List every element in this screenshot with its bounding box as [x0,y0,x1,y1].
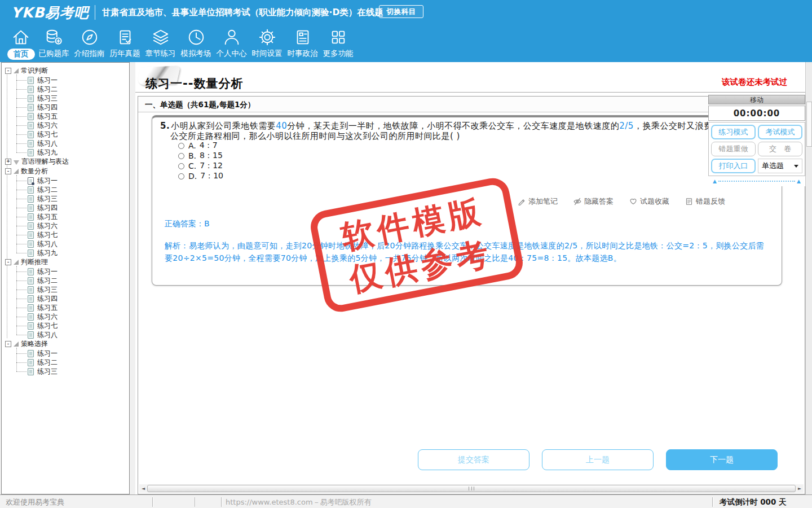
exam-mode-button[interactable]: 考试模式 [758,125,802,139]
toolbar-item-chapter-practice[interactable]: 章节练习 [143,25,178,59]
toolbar-item-time-settings[interactable]: 时间设置 [249,25,285,59]
tree-item-label: 练习八 [37,139,58,148]
tree-item[interactable]: 练习三 [28,194,129,203]
tree-item[interactable]: 练习八 [28,330,129,339]
tree-item[interactable]: 练习三 [28,94,129,103]
tree-item[interactable]: 练习九 [28,248,129,257]
collapse-up-arrow-icon[interactable]: ▲ [713,179,717,184]
tree-item[interactable]: 练习二 [28,276,129,285]
toolbar-item-home[interactable]: 首页 [6,25,36,60]
tree-expand-toggle-icon[interactable]: - [5,341,11,347]
tree-item-label: 练习三 [37,285,58,295]
tree-item[interactable]: 练习八 [28,139,129,148]
option-radio[interactable] [178,163,184,169]
option-radio[interactable] [178,153,184,159]
tree-expand-toggle-icon[interactable]: + [5,159,11,165]
document-icon [116,28,135,47]
tree-item[interactable]: 练习六 [28,121,129,130]
toolbar-item-intro-guide[interactable]: 介绍指南 [72,25,107,59]
clock-icon [187,28,206,47]
tree-item[interactable]: 练习二 [28,185,129,194]
next-question-button[interactable]: 下一题 [666,449,778,470]
chevron-down-icon [794,165,798,168]
tree-item-selected[interactable]: 练习一 [28,176,129,185]
tree-item[interactable]: 练习四 [28,294,129,303]
document-icon [28,295,34,303]
tree-item[interactable]: 练习六 [28,221,129,230]
question-type-select[interactable]: 单选题 [758,159,802,173]
practice-mode-button[interactable]: 练习模式 [711,125,756,139]
tree-item[interactable]: 练习五 [28,112,129,121]
tree-item[interactable]: 练习二 [28,358,129,367]
add-note-link[interactable]: 添加笔记 [518,196,558,207]
section-title: 一、单选题（共61题,每题1分） [138,97,805,112]
option-radio[interactable] [178,143,184,149]
countdown-value: 000 [760,497,776,506]
toolbar-item-label: 个人中心 [217,49,247,59]
toolbar-item-purchased-bank[interactable]: 已购题库 [36,25,72,59]
hide-answer-link[interactable]: 隐藏答案 [573,196,614,207]
option-row-C: C.7：12 [178,161,223,171]
tree-item[interactable]: 练习一 [28,76,129,85]
tree-group-quantitative-analysis[interactable]: -数量分析 [5,167,129,176]
scroll-right-arrow-icon[interactable]: ► [796,484,804,493]
tree-group-strategy-selection[interactable]: -策略选择 [5,339,129,349]
panel-drag-handle[interactable]: 移动 [708,95,805,104]
submit-paper-button[interactable]: 交 卷 [758,142,802,156]
tree-expand-toggle-icon[interactable]: - [5,259,11,265]
submit-answer-button[interactable]: 提交答案 [418,449,529,470]
toolbar-item-past-papers[interactable]: 历年真题 [107,25,143,59]
tree-group-judgment-reasoning[interactable]: -判断推理 [5,257,129,267]
tree-item[interactable]: 练习四 [28,203,129,212]
question-nav-collapsed[interactable]: ▲ ▲ [713,179,801,184]
tree-item[interactable]: 练习三 [28,367,129,376]
tree-group-label: 言语理解与表达 [21,157,69,167]
toolbar-item-current-affairs[interactable]: 时事政治 [285,25,320,59]
tree-item[interactable]: 练习八 [28,239,129,248]
vertical-scrollbar-thumb[interactable] [806,102,812,147]
document-icon [28,240,34,248]
eye-off-icon [573,198,581,205]
toolbar-item-user-center[interactable]: 个人中心 [214,25,249,59]
tree-item[interactable]: 练习一 [28,267,129,276]
print-entry-button[interactable]: 打印入口 [711,159,756,173]
scroll-left-arrow-icon[interactable]: ◄ [139,484,147,493]
redo-wrong-questions-button[interactable]: 错题重做 [711,142,756,156]
tree-group-verbal-comprehension[interactable]: +言语理解与表达 [5,157,129,167]
favorite-question-link[interactable]: 试题收藏 [629,196,669,207]
tree-item-label: 练习八 [37,239,58,249]
tree-item[interactable]: 练习七 [28,230,129,239]
folder-icon [14,341,19,347]
tree-item[interactable]: 练习三 [28,285,129,294]
status-separator [221,497,222,507]
horizontal-scrollbar[interactable]: ◄ ► [139,484,804,493]
collapse-up-arrow-icon[interactable]: ▲ [797,179,801,184]
scrollbar-track[interactable] [147,484,796,493]
vertical-scrollbar[interactable] [805,62,812,494]
status-separator [195,497,196,507]
tree-item[interactable]: 练习七 [28,130,129,139]
tree-item[interactable]: 练习七 [28,321,129,330]
tree-expand-toggle-icon[interactable]: - [5,68,11,74]
prev-question-button[interactable]: 上一题 [542,449,654,470]
tree: -常识判断练习一练习二练习三练习四练习五练习六练习七练习八练习九+言语理解与表达… [2,63,129,376]
tree-group-common-sense-judgment[interactable]: -常识判断 [5,66,129,76]
tree-item[interactable]: 练习六 [28,312,129,321]
option-radio[interactable] [178,173,184,179]
error-feedback-link[interactable]: 错题反馈 [685,196,725,207]
tree-item[interactable]: 练习九 [28,148,129,157]
toolbar-item-more-features[interactable]: 更多功能 [320,25,356,59]
tree-item[interactable]: 练习四 [28,103,129,112]
tree-item[interactable]: 练习五 [28,303,129,312]
tree-item-label: 练习四 [37,294,58,304]
tree-item[interactable]: 练习五 [28,212,129,221]
document-icon [28,331,34,339]
scrollbar-thumb[interactable] [147,485,796,492]
tree-item-label: 练习二 [37,276,58,286]
tree-expand-toggle-icon[interactable]: - [5,168,11,174]
toolbar-item-mock-exam[interactable]: 模拟考场 [178,25,214,59]
tree-item[interactable]: 练习二 [28,85,129,94]
tree-item[interactable]: 练习一 [28,349,129,358]
switch-subject-button[interactable]: 切换科目 [379,5,423,18]
document-icon [28,359,34,366]
